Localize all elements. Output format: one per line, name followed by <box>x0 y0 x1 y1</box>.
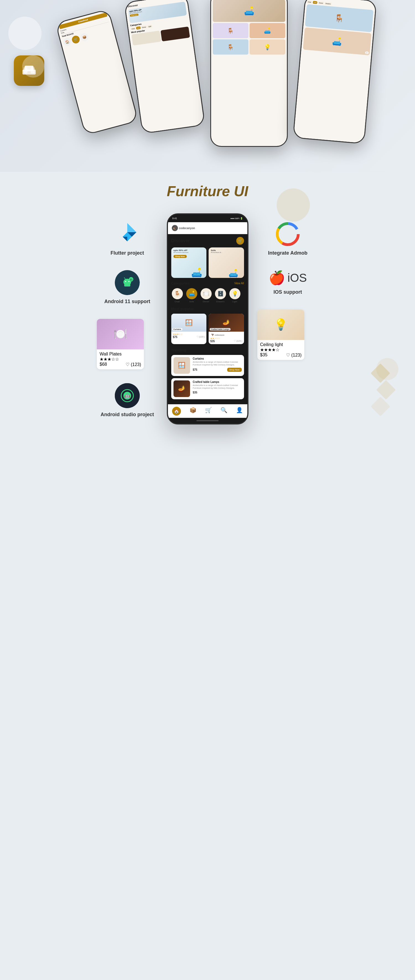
android11-feature: 11 Android 11 support <box>97 270 158 305</box>
nav-box[interactable]: 📦 <box>190 407 196 415</box>
discover-header: Discover 🛒 <box>171 237 244 245</box>
codecanyon-logo-text: codecanyon <box>179 227 195 230</box>
ios-icon-container: 🍎 iOS <box>269 270 307 286</box>
lamps-badge: Crafted table Lamps <box>210 328 230 331</box>
drawers-icon-circle: 🗄️ <box>215 288 226 299</box>
trending-curtains-img: 🪟 <box>173 357 190 374</box>
wall-plates-name: Wall Plates <box>100 352 141 356</box>
chair-label: Chair <box>174 300 180 303</box>
main-phone: 9:41 ●●● WiFi 🔋 🦅 codecanyon <box>167 213 249 425</box>
flutter-icon <box>115 222 140 247</box>
trending-curtains-shop-btn[interactable]: Shop Now <box>227 368 242 372</box>
codecanyon-watermark: 🦅 codecanyon <box>210 333 242 337</box>
admob-feature: Integrate Admob <box>257 222 318 256</box>
phone-mockup-3: Wall Plates $88 Ceiling Table $35 🛋️ 🪑 🛋… <box>210 0 288 147</box>
ceiling-light-image: 💡 <box>257 310 304 340</box>
ceiling-light-name: Ceiling light <box>260 342 302 347</box>
ceiling-light-info: Ceiling light ★★★★☆ $35 ♡ (123) <box>257 340 304 360</box>
nav-cart[interactable]: 🛒 <box>205 407 212 415</box>
banner-2-title: Sofa <box>211 249 222 251</box>
nav-home[interactable]: 🏠 <box>172 407 181 415</box>
drawers-label: Drawers <box>216 300 225 303</box>
categories-title: Categories <box>171 281 190 285</box>
wall-plates-info: Wall Plates ★★★☆☆ $68 ♡ (123) <box>97 349 144 369</box>
top-phones-section: Checkout Curtains Sofa Total $114.02 🏠 🛒… <box>0 0 415 172</box>
banner-area: upto 50% off* All furniture discount Sho… <box>171 247 244 278</box>
wall-plates-price: $68 <box>100 362 107 367</box>
profile-icon: 👤 <box>236 407 243 414</box>
trending-item-lamps[interactable]: 🪔 Crafted table Lamps Amberville is a ra… <box>171 378 244 399</box>
cart-button[interactable]: 🛒 <box>236 237 244 245</box>
status-bar: 9:41 ●●● WiFi 🔋 <box>168 215 247 222</box>
banner-2-sub: All furniture di... <box>211 251 222 253</box>
wall-plates-likes: ♡ (123) <box>126 362 141 367</box>
trending-title: Trending <box>171 348 187 352</box>
banner-shop-btn-1[interactable]: Shop Now <box>173 255 187 258</box>
android-studio-feature: 🤖 Android studio project <box>97 383 158 418</box>
phone-nav-bar: 🦅 codecanyon <box>168 222 247 234</box>
dinner-icon-circle: 🍽️ <box>201 288 212 299</box>
android-studio-icon: 🤖 <box>115 383 140 408</box>
nav-search[interactable]: 🔍 <box>220 407 227 415</box>
trending-lamps-price: $35 <box>193 391 198 394</box>
category-chair[interactable]: 🪑 Chair <box>171 288 184 303</box>
category-drawers[interactable]: 🗄️ Drawers <box>214 288 227 303</box>
category-light[interactable]: 💡 Light <box>229 288 241 303</box>
ios-feature: 🍎 iOS IOS support <box>257 270 318 295</box>
trending-curtains-desc: Amberville is a range of Hand-crafted Co… <box>193 361 242 367</box>
box-icon: 📦 <box>190 407 196 414</box>
banner-card-1[interactable]: upto 50% off* All furniture discount Sho… <box>171 247 207 278</box>
flutter-feature: Flutter project <box>97 222 158 256</box>
categories-row: 🪑 Chair 🛋️ Sofa 🍽️ Dinner 🗄️ <box>171 288 244 303</box>
curtains-likes: ♡ (123 ) <box>196 336 205 339</box>
svg-text:11: 11 <box>130 278 133 281</box>
trending-header: Trending <box>171 348 244 352</box>
lamps-image: 🪔 Crafted table Lamps <box>209 313 244 332</box>
popular-header: Most popular <box>171 307 244 311</box>
trending-curtains-name: Curtains <box>193 357 242 360</box>
ios-label: IOS support <box>274 289 302 295</box>
phone-mockup-4: Categories Chair Sofa Dinner Drawers 🪑 🛋… <box>293 0 377 144</box>
svg-rect-1 <box>24 67 27 73</box>
wall-plates-image: 🍽️ <box>97 319 144 349</box>
ios-text: iOS <box>287 271 307 285</box>
svg-rect-0 <box>22 70 36 75</box>
curtains-image: 🪟 Curtains <box>171 313 207 332</box>
wall-plates-card: 🍽️ Wall Plates ★★★☆☆ $68 ♡ (123) <box>97 319 144 369</box>
svg-text:🤖: 🤖 <box>125 393 130 398</box>
ceiling-light-likes: ♡ (123) <box>286 352 302 358</box>
popular-grid: 🪟 Curtains ★★★☆☆ $75 ♡ (123 ) <box>171 313 244 344</box>
sofa-label: Sofa <box>189 300 194 303</box>
phones-container: Checkout Curtains Sofa Total $114.02 🏠 🛒… <box>55 0 415 172</box>
svg-rect-3 <box>25 66 33 71</box>
curtains-stars: ★★★☆☆ <box>173 333 205 336</box>
phone-bottom-nav: 🏠 📦 🛒 🔍 👤 <box>168 404 247 418</box>
categories-header: Categories View All <box>171 281 244 285</box>
showcase-layout: Flutter project <box>17 213 398 425</box>
svg-point-11 <box>128 281 130 282</box>
banner-card-2[interactable]: Sofa All furniture di... 🛋️ <box>209 247 244 278</box>
category-sofa[interactable]: 🛋️ Sofa <box>185 288 198 303</box>
trending-item-curtains[interactable]: 🪟 Curtains Amberville is a range of Hand… <box>171 355 244 376</box>
sofa-icon-circle: 🛋️ <box>186 288 197 299</box>
trending-lamps-desc: Amberville is a range of Hand-crafted Co… <box>193 384 242 390</box>
svg-rect-2 <box>31 67 35 73</box>
nav-profile[interactable]: 👤 <box>236 407 243 415</box>
admob-icon <box>275 222 300 247</box>
apple-icon: 🍎 <box>269 270 285 286</box>
lamps-price: $35 <box>210 340 215 343</box>
wall-plates-stars: ★★★☆☆ <box>100 356 141 362</box>
trending-lamps-footer: $35 <box>193 391 242 394</box>
trending-curtains-info: Curtains Amberville is a range of Hand-c… <box>193 357 242 374</box>
main-section: Furniture UI Flutter project <box>0 172 415 436</box>
popular-card-curtains[interactable]: 🪟 Curtains ★★★☆☆ $75 ♡ (123 ) <box>171 313 207 344</box>
category-dinner[interactable]: 🍽️ Dinner <box>200 288 212 303</box>
popular-card-lamps[interactable]: 🪔 Crafted table Lamps 🦅 codecanyon ★★☆☆☆ <box>209 313 244 344</box>
lamps-stars: ★★☆☆☆ <box>210 337 242 340</box>
light-label: Light <box>233 300 237 303</box>
ceiling-light-card: 💡 Ceiling light ★★★★☆ $35 ♡ (123) <box>257 310 304 360</box>
right-spacer <box>257 374 318 404</box>
light-icon-circle: 💡 <box>230 288 241 299</box>
android11-label: Android 11 support <box>104 298 150 305</box>
view-all-categories[interactable]: View All <box>234 282 244 285</box>
